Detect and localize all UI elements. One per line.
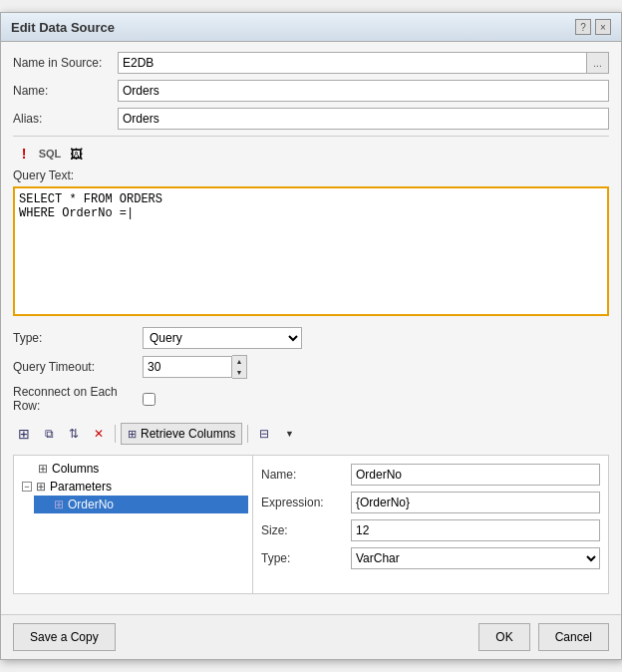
toolbar2-grid-btn[interactable]: ⊟ [253, 423, 275, 445]
retrieve-label: Retrieve Columns [141, 427, 235, 441]
browse-button[interactable]: ... [587, 52, 609, 74]
retrieve-icon: ⊞ [128, 428, 137, 441]
prop-expression-label: Expression: [261, 496, 351, 509]
save-copy-button[interactable]: Save a Copy [13, 623, 116, 651]
type-label: Type: [13, 331, 143, 345]
name-in-source-row: Name in Source: ... [13, 52, 609, 74]
alias-label: Alias: [13, 112, 118, 126]
prop-size-label: Size: [261, 523, 351, 537]
prop-type-select[interactable]: VarChar Integer Float Date Boolean [351, 547, 600, 569]
bottom-panel: ⊞ Columns − ⊞ Parameters ⊞ OrderNo [13, 455, 609, 594]
retrieve-columns-button[interactable]: ⊞ Retrieve Columns [121, 423, 242, 445]
expand-minus-icon: − [24, 482, 29, 492]
name-input[interactable] [118, 80, 609, 102]
delete-icon: ✕ [94, 427, 104, 441]
type-select[interactable]: Query Table Stored Procedure [143, 327, 302, 349]
prop-name-label: Name: [261, 468, 351, 482]
reconnect-label: Reconnect on Each Row: [13, 385, 143, 413]
name-in-source-label: Name in Source: [13, 56, 118, 70]
tree-children-parameters: ⊞ OrderNo [18, 496, 248, 513]
ok-button[interactable]: OK [478, 623, 529, 651]
title-bar-buttons: ? × [575, 19, 611, 35]
sql-button[interactable]: SQL [39, 143, 61, 165]
toolbar2-row: ⊞ ⧉ ⇅ ✕ ⊞ Retrieve Columns ⊟ ▼ [13, 421, 609, 447]
reconnect-checkbox[interactable] [143, 393, 156, 406]
prop-type-label: Type: [261, 551, 351, 565]
alias-input[interactable] [118, 108, 609, 130]
cancel-button[interactable]: Cancel [538, 623, 609, 651]
name-in-source-field-group: ... [118, 52, 609, 74]
grid-icon: ⊟ [259, 427, 269, 441]
tree-panel: ⊞ Columns − ⊞ Parameters ⊞ OrderNo [14, 456, 253, 593]
footer: Save a Copy OK Cancel [1, 614, 621, 659]
image-icon: 🖼 [70, 147, 83, 162]
toolbar2-separator [115, 425, 116, 443]
prop-size-input[interactable] [351, 519, 600, 541]
toolbar2-separator2 [247, 425, 248, 443]
query-text-label: Query Text: [13, 168, 609, 182]
prop-name-row: Name: [261, 464, 600, 486]
prop-type-row: Type: VarChar Integer Float Date Boolean [261, 547, 600, 569]
type-row: Type: Query Table Stored Procedure [13, 327, 609, 349]
close-button[interactable]: × [595, 19, 611, 35]
prop-expression-input[interactable] [351, 492, 600, 513]
help-button[interactable]: ? [575, 19, 591, 35]
orderno-label: OrderNo [68, 498, 114, 511]
add-icon: ⊞ [18, 426, 30, 442]
query-textarea[interactable]: SELECT * FROM ORDERS WHERE OrderNo =| [13, 186, 609, 316]
sql-label: SQL [39, 148, 62, 160]
dropdown-arrow-icon: ▼ [285, 429, 294, 439]
error-icon-button[interactable]: ! [13, 143, 35, 165]
edit-data-source-dialog: Edit Data Source ? × Name in Source: ...… [0, 12, 622, 660]
reconnect-row: Reconnect on Each Row: [13, 385, 609, 413]
spinner-down-button[interactable]: ▼ [232, 367, 246, 378]
toolbar2-delete-btn[interactable]: ✕ [88, 423, 110, 445]
prop-name-input[interactable] [351, 464, 600, 486]
props-panel: Name: Expression: Size: Type: Var [253, 456, 608, 593]
spinner-buttons: ▲ ▼ [232, 355, 247, 379]
dialog-body: Name in Source: ... Name: Alias: ! SQL [1, 42, 621, 614]
dialog-title: Edit Data Source [11, 20, 115, 35]
alias-row: Alias: [13, 108, 609, 130]
name-label: Name: [13, 84, 118, 98]
columns-label: Columns [52, 462, 99, 476]
query-timeout-spinner: ▲ ▼ [143, 355, 247, 379]
query-timeout-label: Query Timeout: [13, 360, 143, 374]
tree-item-orderno[interactable]: ⊞ OrderNo [34, 496, 248, 513]
columns-icon: ⊞ [38, 462, 48, 476]
tree-item-columns[interactable]: ⊞ Columns [18, 460, 248, 478]
copy-icon: ⧉ [45, 427, 54, 441]
parameters-label: Parameters [50, 480, 112, 494]
spinner-up-button[interactable]: ▲ [232, 356, 246, 367]
error-icon: ! [22, 146, 27, 162]
orderno-icon: ⊞ [54, 498, 64, 511]
divider-1 [13, 136, 609, 137]
toolbar2-dropdown-btn[interactable]: ▼ [278, 423, 300, 445]
query-timeout-row: Query Timeout: ▲ ▼ [13, 355, 609, 379]
toolbar2-btn3[interactable]: ⇅ [63, 423, 85, 445]
move-icon: ⇅ [69, 427, 79, 441]
tree-item-parameters[interactable]: − ⊞ Parameters [18, 478, 248, 496]
toolbar2-btn1[interactable]: ⊞ [13, 423, 35, 445]
toolbar2-btn2[interactable]: ⧉ [38, 423, 60, 445]
image-button[interactable]: 🖼 [65, 143, 87, 165]
query-timeout-input[interactable] [143, 356, 232, 378]
prop-size-row: Size: [261, 519, 600, 541]
parameters-icon: ⊞ [36, 480, 46, 494]
toolbar-row: ! SQL 🖼 [13, 143, 609, 165]
footer-right-buttons: OK Cancel [478, 623, 609, 651]
prop-expression-row: Expression: [261, 492, 600, 513]
name-in-source-input[interactable] [118, 52, 587, 74]
title-bar: Edit Data Source ? × [1, 13, 621, 42]
name-row: Name: [13, 80, 609, 102]
parameters-expand-icon[interactable]: − [22, 482, 32, 492]
